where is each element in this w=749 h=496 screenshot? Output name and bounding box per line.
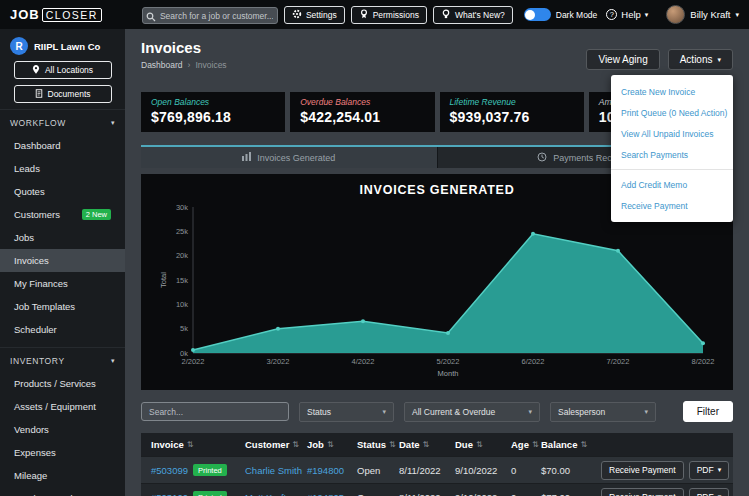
help-icon: ?: [606, 9, 617, 20]
column-header-customer[interactable]: Customer ⇅: [245, 439, 307, 450]
invoice-link[interactable]: #503099: [151, 465, 188, 476]
current-overdue-select[interactable]: All Current & Overdue ▾: [404, 402, 540, 422]
column-header-balance[interactable]: Balance ⇅: [541, 439, 601, 450]
stat-label: Overdue Balances: [300, 97, 424, 107]
sidebar-item-label: Jobs: [14, 232, 34, 243]
column-header-due[interactable]: Due ⇅: [455, 439, 511, 450]
settings-button[interactable]: Settings: [284, 6, 345, 24]
actions-button[interactable]: Actions ▾: [668, 49, 733, 70]
sidebar-item-leads[interactable]: Leads: [0, 157, 125, 180]
select-value: Status: [307, 407, 331, 417]
sort-icon: ⇅: [389, 440, 396, 449]
sidebar-item-my-finances[interactable]: My Finances: [0, 272, 125, 295]
company-avatar: R: [10, 37, 28, 55]
permissions-button[interactable]: Permissions: [351, 6, 427, 24]
job-link[interactable]: #194805: [307, 492, 344, 496]
help-menu[interactable]: ? Help ▾: [606, 9, 648, 20]
receive-payment-label: Receive Payment: [609, 465, 676, 475]
app-logo[interactable]: JOB CLOSER: [10, 7, 102, 22]
chevron-down-icon: ▾: [111, 119, 115, 127]
sort-icon: ⇅: [580, 440, 587, 449]
gear-icon: [292, 9, 302, 21]
column-header-age[interactable]: Age ⇅: [511, 439, 541, 450]
svg-text:30k: 30k: [176, 203, 188, 212]
column-header-status[interactable]: Status ⇅: [357, 439, 399, 450]
receive-payment-button[interactable]: Receive Payment: [601, 461, 684, 480]
view-aging-label: View Aging: [598, 54, 647, 65]
salesperson-select[interactable]: Salesperson ▾: [550, 402, 656, 422]
menu-item-add-credit-memo[interactable]: Add Credit Memo: [611, 174, 733, 195]
dark-mode-label: Dark Mode: [556, 10, 598, 20]
sidebar-item-products-services[interactable]: Products / Services: [0, 372, 125, 395]
menu-divider: [611, 169, 733, 170]
sidebar-section-inventory[interactable]: INVENTORY ▾: [0, 347, 125, 372]
column-header-invoice[interactable]: Invoice ⇅: [141, 439, 245, 450]
sidebar-item-job-templates[interactable]: Job Templates: [0, 295, 125, 318]
breadcrumb-dashboard[interactable]: Dashboard: [141, 60, 183, 70]
sidebar-item-label: Expenses: [14, 447, 56, 458]
dark-mode-toggle[interactable]: [524, 8, 551, 21]
filter-button[interactable]: Filter: [683, 401, 733, 422]
menu-item-print-queue[interactable]: Print Queue (0 Need Action): [611, 102, 733, 123]
sidebar-item-dashboard[interactable]: Dashboard: [0, 134, 125, 157]
permissions-label: Permissions: [373, 10, 419, 20]
sidebar-item-expenses[interactable]: Expenses: [0, 441, 125, 464]
user-menu[interactable]: Billy Kraft ▾: [666, 5, 739, 24]
menu-item-view-all-unpaid[interactable]: View All Unpaid Invoices: [611, 123, 733, 144]
sidebar-item-quotes[interactable]: Quotes: [0, 180, 125, 203]
svg-text:20k: 20k: [176, 251, 188, 260]
tab-invoices-generated[interactable]: Invoices Generated: [141, 147, 438, 168]
sidebar-item-assets-equipment[interactable]: Assets / Equipment: [0, 395, 125, 418]
menu-item-search-payments[interactable]: Search Payments: [611, 144, 733, 165]
sort-icon: ⇅: [187, 440, 194, 449]
status-select[interactable]: Status ▾: [299, 402, 394, 422]
sidebar-item-scheduler[interactable]: Scheduler: [0, 318, 125, 341]
column-label: Customer: [245, 439, 289, 450]
sidebar-item-jobs[interactable]: Jobs: [0, 226, 125, 249]
sidebar-section-workflow[interactable]: WORKFLOW ▾: [0, 109, 125, 134]
sidebar-item-label: Dashboard: [14, 140, 60, 151]
main-content: Invoices Dashboard › Invoices View Aging…: [125, 29, 749, 496]
stat-label: Open Balances: [151, 97, 275, 107]
job-link[interactable]: #194800: [307, 465, 344, 476]
sidebar-item-label: Vendors: [14, 424, 49, 435]
customer-link[interactable]: Charlie Smith: [245, 465, 302, 476]
view-aging-button[interactable]: View Aging: [586, 49, 659, 70]
menu-item-receive-payment[interactable]: Receive Payment: [611, 195, 733, 216]
toggle-knob: [525, 10, 535, 20]
column-header-job[interactable]: Job ⇅: [307, 439, 357, 450]
sidebar-item-vendors[interactable]: Vendors: [0, 418, 125, 441]
printed-badge: Printed: [193, 464, 227, 476]
menu-item-create-new-invoice[interactable]: Create New Invoice: [611, 81, 733, 102]
table-header-row: Invoice ⇅ Customer ⇅ Job ⇅ Status ⇅ Date…: [141, 433, 733, 456]
customer-link[interactable]: Matt Kraft: [245, 492, 286, 496]
pdf-button[interactable]: PDF ▾: [689, 488, 730, 496]
sidebar-item-label: Job Templates: [14, 301, 75, 312]
sort-icon: ⇅: [292, 440, 299, 449]
invoice-link[interactable]: #503100: [151, 492, 188, 496]
sidebar-item-invoices[interactable]: Invoices: [0, 249, 125, 272]
pdf-button[interactable]: PDF ▾: [689, 461, 730, 480]
section-label: INVENTORY: [10, 356, 65, 366]
sidebar-item-label: Scheduler: [14, 324, 57, 335]
column-label: Balance: [541, 439, 577, 450]
table-search-input[interactable]: [141, 402, 289, 421]
receive-payment-button[interactable]: Receive Payment: [601, 488, 684, 496]
document-icon: [35, 89, 43, 100]
documents-button[interactable]: Documents: [14, 85, 112, 103]
stat-open-balances: Open Balances $769,896.18: [141, 92, 285, 132]
search-input[interactable]: [142, 7, 278, 24]
whats-new-button[interactable]: What's New?: [433, 6, 513, 24]
column-header-date[interactable]: Date ⇅: [399, 439, 455, 450]
svg-text:5/2022: 5/2022: [437, 357, 460, 366]
sidebar-item-purchase-orders[interactable]: Purchase Orders: [0, 487, 125, 496]
receive-payment-label: Receive Payment: [609, 492, 676, 496]
sidebar-item-label: Assets / Equipment: [14, 401, 96, 412]
all-locations-button[interactable]: All Locations: [14, 61, 112, 79]
sidebar-item-mileage[interactable]: Mileage: [0, 464, 125, 487]
sidebar-item-label: Customers: [14, 209, 60, 220]
stat-value: $939,037.76: [450, 109, 574, 125]
lightbulb-icon: [441, 9, 451, 21]
sidebar-item-customers[interactable]: Customers 2 New: [0, 203, 125, 226]
company-switcher[interactable]: R RIIPL Lawn Co: [0, 29, 125, 61]
